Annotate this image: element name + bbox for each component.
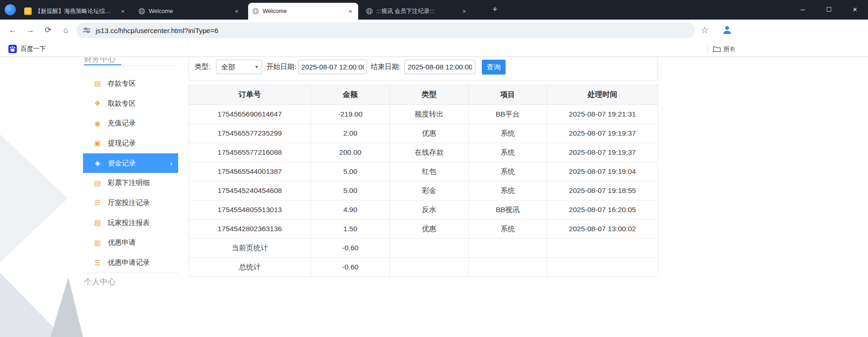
sidebar-item-promo-apply-record[interactable]: ☰优惠申请记录 — [83, 253, 178, 273]
table-cell — [547, 258, 658, 277]
table-cell: 优惠 — [390, 220, 469, 239]
close-button[interactable]: ✕ — [842, 0, 868, 20]
tab-close-icon[interactable]: ✕ — [119, 7, 127, 15]
table-cell: 2025-08-07 19:19:37 — [547, 143, 658, 162]
table-cell: 系统 — [469, 181, 547, 200]
home-icon[interactable]: ⌂ — [59, 23, 73, 37]
table-cell: 系统 — [469, 124, 547, 143]
sidebar-item-label: 优惠申请 — [108, 238, 136, 247]
start-date-label: 开始日期: — [266, 62, 296, 71]
bookmarks-divider — [707, 44, 708, 54]
table-row[interactable]: 1754565577216088200.00在线存款系统2025-08-07 1… — [189, 143, 658, 162]
table-cell: 2025-08-07 19:21:31 — [547, 105, 658, 124]
bookmark-item-baidu[interactable]: 百度一下 — [5, 43, 49, 55]
tab-close-icon[interactable]: ✕ — [233, 7, 241, 15]
new-tab-button[interactable]: + — [489, 4, 501, 16]
table-cell: 5.00 — [311, 181, 390, 200]
withdrawal-icon: ❖ — [93, 99, 102, 108]
tune-icon[interactable] — [83, 26, 91, 34]
table-cell: 5.00 — [311, 162, 390, 181]
forward-icon[interactable]: → — [23, 23, 37, 37]
chevron-right-icon: › — [170, 159, 173, 167]
table-row[interactable]: 17545452404546085.00彩金系统2025-08-07 19:18… — [189, 181, 658, 200]
browser-tab[interactable]: 【新提醒】海燕策略论坛综合交✕ — [21, 3, 131, 20]
table-cell: 1754542802363136 — [189, 220, 311, 239]
end-date-label: 结束日期: — [371, 62, 401, 71]
tab-title: :::视讯 会员下注纪录::: — [376, 7, 457, 15]
table-cell — [469, 258, 547, 277]
table-header-row: 订单号金额类型项目处理时间 — [189, 85, 658, 105]
type-select[interactable]: 全部 ▾ — [216, 60, 262, 74]
table-cell: BB平台 — [469, 105, 547, 124]
browser-tab[interactable]: Welcome✕ — [134, 3, 244, 20]
table-cell — [547, 239, 658, 258]
table-row[interactable]: 总统计-0.60 — [189, 258, 658, 277]
table-cell: -0.60 — [311, 239, 390, 258]
browser-tab[interactable]: Welcome✕ — [248, 3, 358, 20]
background-triangle-dark — [50, 277, 83, 337]
tab-strip: 【新提醒】海燕策略论坛综合交✕Welcome✕Welcome✕:::视讯 会员下… — [0, 0, 868, 20]
table-row[interactable]: 17545428023631361.50优惠系统2025-08-07 13:00… — [189, 220, 658, 239]
folder-icon[interactable] — [713, 45, 721, 53]
sidebar-item-label: 厅室投注记录 — [108, 199, 150, 207]
sidebar-item-player-bet-report[interactable]: ▧玩家投注报表 — [83, 213, 178, 233]
url-text[interactable]: js13.cc/hhcp/usercenter.html?iniType=6 — [96, 27, 218, 34]
table-cell: 反水 — [390, 200, 469, 220]
table-cell: 1754565577235299 — [189, 124, 311, 143]
table-row[interactable]: 当前页统计-0.60 — [189, 239, 658, 258]
sidebar-item-deposit[interactable]: ▤存款专区 — [83, 74, 178, 94]
sidebar-item-hall-bet-record[interactable]: ☷厅室投注记录 — [83, 193, 178, 213]
sidebar-item-withdraw-record[interactable]: ▣提现记录 — [83, 133, 178, 153]
sidebar: 财务中心 ▤存款专区❖取款专区◉充值记录▣提现记录◈资金记录›▤彩票下注明细☷厅… — [83, 57, 178, 337]
sidebar-item-label: 玩家投注报表 — [108, 219, 150, 227]
promo-apply-icon: ▥ — [93, 239, 102, 247]
sidebar-item-lottery-bet-detail[interactable]: ▤彩票下注明细 — [83, 173, 178, 193]
lottery-bet-detail-icon: ▤ — [93, 179, 102, 187]
profile-avatar-icon[interactable] — [720, 23, 734, 37]
refresh-icon[interactable]: ⟳ — [41, 23, 55, 37]
table-row[interactable]: 17545655440013875.00红包系统2025-08-07 19:19… — [189, 162, 658, 181]
sidebar-item-label: 取款专区 — [108, 99, 136, 108]
favicon-globe-icon — [138, 7, 146, 15]
tab-list: 【新提醒】海燕策略论坛综合交✕Welcome✕Welcome✕:::视讯 会员下… — [21, 3, 472, 20]
sidebar-item-withdrawal[interactable]: ❖取款专区 — [83, 94, 178, 114]
sidebar-item-recharge-record[interactable]: ◉充值记录 — [83, 113, 178, 133]
table-cell: 系统 — [469, 143, 547, 162]
sidebar-item-promo-apply[interactable]: ▥优惠申请 — [83, 233, 178, 253]
tab-close-icon[interactable]: ✕ — [460, 7, 468, 15]
tab-title: Welcome — [149, 8, 229, 14]
tab-title: 【新提醒】海燕策略论坛综合交 — [35, 7, 116, 15]
table-cell — [390, 239, 469, 258]
table-cell: BB视讯 — [469, 200, 547, 220]
search-button[interactable]: 查询 — [482, 60, 506, 75]
browser-logo-icon[interactable] — [5, 4, 16, 15]
deposit-icon: ▤ — [93, 79, 102, 88]
table-cell: 红包 — [390, 162, 469, 181]
table-row[interactable]: 1754565690614647-219.00额度转出BB平台2025-08-0… — [189, 105, 658, 124]
sidebar-item-label: 提现记录 — [108, 139, 136, 148]
browser-tab[interactable]: :::视讯 会员下注纪录:::✕ — [362, 3, 472, 20]
sidebar-item-label: 彩票下注明细 — [108, 179, 150, 187]
all-bookmarks-label[interactable]: 所有书签 — [723, 45, 737, 54]
background-triangle-large — [0, 134, 68, 262]
sidebar-item-funds-record[interactable]: ◈资金记录› — [83, 153, 178, 173]
type-label: 类型: — [194, 62, 210, 71]
start-date-input[interactable] — [298, 60, 367, 74]
favicon-globe-icon — [252, 7, 259, 15]
funds-record-icon: ◈ — [93, 159, 102, 167]
bookmark-star-icon[interactable]: ☆ — [698, 23, 712, 37]
end-date-input[interactable] — [404, 60, 475, 74]
table-row[interactable]: 17545548055130134.90反水BB视讯2025-08-07 16:… — [189, 200, 658, 220]
tab-close-icon[interactable]: ✕ — [347, 7, 354, 15]
sidebar-section-finance: 财务中心 — [84, 57, 116, 64]
main-panel: 类型: 全部 ▾ 开始日期: 结束日期: 查询 订单号金额类型项目处理时间 17… — [188, 57, 658, 337]
favicon-forum-icon — [24, 7, 32, 15]
table-cell: 1754554805513013 — [189, 200, 311, 220]
back-icon[interactable]: ← — [6, 23, 20, 37]
maximize-button[interactable]: ☐ — [816, 0, 842, 20]
table-row[interactable]: 17545655772352992.00优惠系统2025-08-07 19:19… — [189, 124, 658, 143]
column-header: 类型 — [390, 85, 469, 105]
minimize-button[interactable]: ─ — [790, 0, 816, 20]
address-bar[interactable]: js13.cc/hhcp/usercenter.html?iniType=6 — [76, 22, 695, 38]
sidebar-divider-bottom — [83, 273, 178, 273]
